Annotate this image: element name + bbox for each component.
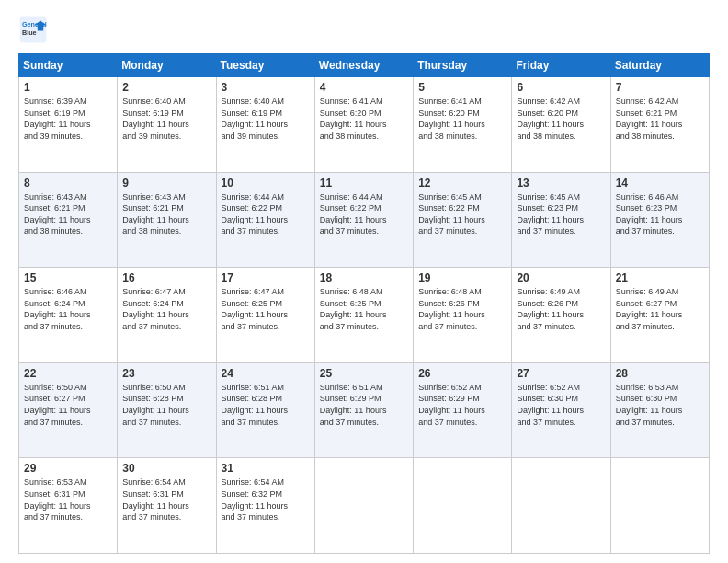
header: General Blue <box>18 15 710 44</box>
calendar-cell: 22Sunrise: 6:50 AMSunset: 6:27 PMDayligh… <box>19 362 118 458</box>
calendar-cell: 7Sunrise: 6:42 AMSunset: 6:21 PMDaylight… <box>610 77 709 173</box>
cell-info: Sunrise: 6:48 AMSunset: 6:25 PMDaylight:… <box>320 287 387 331</box>
day-number: 28 <box>616 367 704 380</box>
day-number: 11 <box>320 177 408 190</box>
page: General Blue SundayMondayTuesdayWednesda… <box>0 0 728 563</box>
cell-info: Sunrise: 6:41 AMSunset: 6:20 PMDaylight:… <box>418 97 485 141</box>
calendar-cell: 21Sunrise: 6:49 AMSunset: 6:27 PMDayligh… <box>610 268 709 363</box>
calendar-cell: 3Sunrise: 6:40 AMSunset: 6:19 PMDaylight… <box>216 77 314 173</box>
calendar-cell <box>512 458 610 554</box>
weekday-header-tuesday: Tuesday <box>216 54 314 77</box>
day-number: 20 <box>517 271 605 284</box>
cell-info: Sunrise: 6:46 AMSunset: 6:23 PMDaylight:… <box>616 192 683 236</box>
calendar-cell <box>414 458 512 554</box>
day-number: 21 <box>616 271 704 284</box>
cell-info: Sunrise: 6:48 AMSunset: 6:26 PMDaylight:… <box>418 287 485 331</box>
cell-info: Sunrise: 6:50 AMSunset: 6:28 PMDaylight:… <box>122 383 189 427</box>
cell-info: Sunrise: 6:40 AMSunset: 6:19 PMDaylight:… <box>122 97 189 141</box>
cell-info: Sunrise: 6:44 AMSunset: 6:22 PMDaylight:… <box>320 192 387 236</box>
cell-info: Sunrise: 6:43 AMSunset: 6:21 PMDaylight:… <box>24 192 91 236</box>
calendar-cell: 15Sunrise: 6:46 AMSunset: 6:24 PMDayligh… <box>19 268 118 363</box>
day-number: 8 <box>24 177 112 190</box>
day-number: 9 <box>122 177 210 190</box>
calendar-week-1: 1Sunrise: 6:39 AMSunset: 6:19 PMDaylight… <box>19 77 710 173</box>
calendar-cell: 27Sunrise: 6:52 AMSunset: 6:30 PMDayligh… <box>512 362 610 458</box>
calendar-cell: 23Sunrise: 6:50 AMSunset: 6:28 PMDayligh… <box>118 362 216 458</box>
day-number: 31 <box>222 462 310 475</box>
calendar-cell: 8Sunrise: 6:43 AMSunset: 6:21 PMDaylight… <box>19 172 118 268</box>
day-number: 14 <box>616 177 704 190</box>
cell-info: Sunrise: 6:42 AMSunset: 6:21 PMDaylight:… <box>616 97 683 141</box>
calendar-cell: 30Sunrise: 6:54 AMSunset: 6:31 PMDayligh… <box>118 458 216 554</box>
weekday-header-friday: Friday <box>512 54 610 77</box>
calendar-week-5: 29Sunrise: 6:53 AMSunset: 6:31 PMDayligh… <box>19 458 710 554</box>
calendar-cell: 6Sunrise: 6:42 AMSunset: 6:20 PMDaylight… <box>512 77 610 173</box>
cell-info: Sunrise: 6:47 AMSunset: 6:24 PMDaylight:… <box>122 287 189 331</box>
cell-info: Sunrise: 6:49 AMSunset: 6:26 PMDaylight:… <box>517 287 584 331</box>
calendar-header-row: SundayMondayTuesdayWednesdayThursdayFrid… <box>19 54 710 77</box>
cell-info: Sunrise: 6:47 AMSunset: 6:25 PMDaylight:… <box>222 287 289 331</box>
calendar-week-2: 8Sunrise: 6:43 AMSunset: 6:21 PMDaylight… <box>19 172 710 268</box>
calendar-cell: 20Sunrise: 6:49 AMSunset: 6:26 PMDayligh… <box>512 268 610 363</box>
day-number: 6 <box>517 81 605 94</box>
cell-info: Sunrise: 6:44 AMSunset: 6:22 PMDaylight:… <box>222 192 289 236</box>
calendar-cell: 19Sunrise: 6:48 AMSunset: 6:26 PMDayligh… <box>414 268 512 363</box>
day-number: 4 <box>320 81 408 94</box>
svg-text:Blue: Blue <box>22 29 37 37</box>
cell-info: Sunrise: 6:40 AMSunset: 6:19 PMDaylight:… <box>222 97 289 141</box>
day-number: 2 <box>122 81 210 94</box>
day-number: 26 <box>418 367 506 380</box>
calendar-cell: 31Sunrise: 6:54 AMSunset: 6:32 PMDayligh… <box>216 458 314 554</box>
day-number: 15 <box>24 271 112 284</box>
cell-info: Sunrise: 6:52 AMSunset: 6:29 PMDaylight:… <box>418 383 485 427</box>
calendar-cell: 5Sunrise: 6:41 AMSunset: 6:20 PMDaylight… <box>414 77 512 173</box>
calendar-table: SundayMondayTuesdayWednesdayThursdayFrid… <box>18 53 710 554</box>
calendar-cell: 1Sunrise: 6:39 AMSunset: 6:19 PMDaylight… <box>19 77 118 173</box>
cell-info: Sunrise: 6:46 AMSunset: 6:24 PMDaylight:… <box>24 287 91 331</box>
calendar-cell: 16Sunrise: 6:47 AMSunset: 6:24 PMDayligh… <box>118 268 216 363</box>
day-number: 29 <box>24 462 112 475</box>
calendar-cell: 9Sunrise: 6:43 AMSunset: 6:21 PMDaylight… <box>118 172 216 268</box>
cell-info: Sunrise: 6:51 AMSunset: 6:28 PMDaylight:… <box>222 383 289 427</box>
weekday-header-wednesday: Wednesday <box>314 54 413 77</box>
cell-info: Sunrise: 6:45 AMSunset: 6:23 PMDaylight:… <box>517 192 584 236</box>
weekday-header-thursday: Thursday <box>414 54 512 77</box>
day-number: 3 <box>222 81 310 94</box>
day-number: 17 <box>222 271 310 284</box>
calendar-cell: 13Sunrise: 6:45 AMSunset: 6:23 PMDayligh… <box>512 172 610 268</box>
cell-info: Sunrise: 6:52 AMSunset: 6:30 PMDaylight:… <box>517 383 584 427</box>
calendar-cell: 14Sunrise: 6:46 AMSunset: 6:23 PMDayligh… <box>610 172 709 268</box>
day-number: 18 <box>320 271 408 284</box>
day-number: 19 <box>418 271 506 284</box>
calendar-cell: 24Sunrise: 6:51 AMSunset: 6:28 PMDayligh… <box>216 362 314 458</box>
day-number: 10 <box>222 177 310 190</box>
calendar-cell: 12Sunrise: 6:45 AMSunset: 6:22 PMDayligh… <box>414 172 512 268</box>
day-number: 27 <box>517 367 605 380</box>
day-number: 7 <box>616 81 704 94</box>
day-number: 1 <box>24 81 112 94</box>
calendar-cell: 2Sunrise: 6:40 AMSunset: 6:19 PMDaylight… <box>118 77 216 173</box>
calendar-week-4: 22Sunrise: 6:50 AMSunset: 6:27 PMDayligh… <box>19 362 710 458</box>
calendar-cell: 26Sunrise: 6:52 AMSunset: 6:29 PMDayligh… <box>414 362 512 458</box>
cell-info: Sunrise: 6:53 AMSunset: 6:30 PMDaylight:… <box>616 383 683 427</box>
cell-info: Sunrise: 6:42 AMSunset: 6:20 PMDaylight:… <box>517 97 584 141</box>
weekday-header-saturday: Saturday <box>610 54 709 77</box>
cell-info: Sunrise: 6:51 AMSunset: 6:29 PMDaylight:… <box>320 383 387 427</box>
cell-info: Sunrise: 6:53 AMSunset: 6:31 PMDaylight:… <box>24 477 91 522</box>
logo-icon: General Blue <box>18 15 48 44</box>
calendar-cell: 28Sunrise: 6:53 AMSunset: 6:30 PMDayligh… <box>610 362 709 458</box>
day-number: 25 <box>320 367 408 380</box>
day-number: 24 <box>222 367 310 380</box>
day-number: 13 <box>517 177 605 190</box>
calendar-cell: 25Sunrise: 6:51 AMSunset: 6:29 PMDayligh… <box>314 362 413 458</box>
calendar-cell: 18Sunrise: 6:48 AMSunset: 6:25 PMDayligh… <box>314 268 413 363</box>
logo: General Blue <box>18 15 53 44</box>
weekday-header-sunday: Sunday <box>19 54 118 77</box>
cell-info: Sunrise: 6:54 AMSunset: 6:32 PMDaylight:… <box>222 477 289 522</box>
day-number: 5 <box>418 81 506 94</box>
calendar-cell <box>610 458 709 554</box>
day-number: 16 <box>122 271 210 284</box>
day-number: 12 <box>418 177 506 190</box>
cell-info: Sunrise: 6:41 AMSunset: 6:20 PMDaylight:… <box>320 97 387 141</box>
calendar-cell: 4Sunrise: 6:41 AMSunset: 6:20 PMDaylight… <box>314 77 413 173</box>
